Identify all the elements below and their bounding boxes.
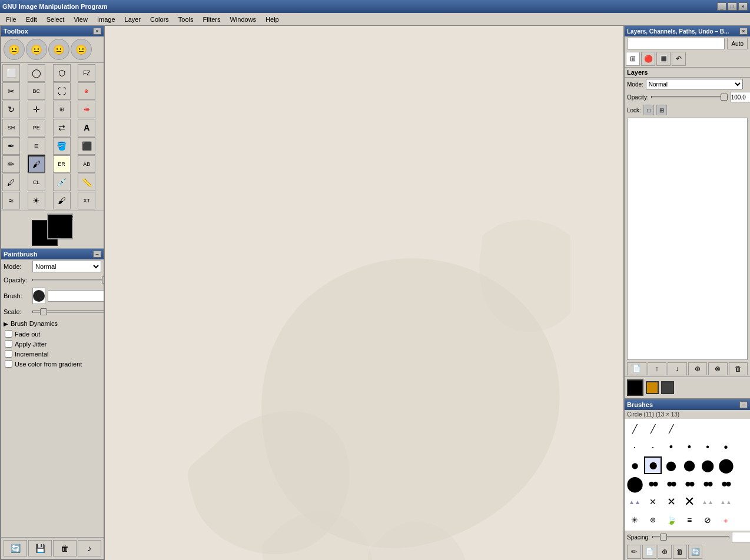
brush-diagonal-thin-1[interactable]: ╱ — [626, 420, 643, 438]
pencil-tool[interactable]: ✏ — [2, 155, 20, 173]
brush-circle-xxlarge[interactable]: ⬤ — [626, 475, 643, 492]
toolbox-restore-button[interactable]: 🔄 — [4, 540, 27, 556]
brush-circle-medium-1[interactable]: ⬤ — [662, 456, 680, 474]
brush-circle-medium-2[interactable]: ⬤ — [681, 456, 698, 474]
brush-empty-2[interactable] — [699, 420, 716, 438]
paths-tab[interactable]: 🔳 — [656, 52, 671, 66]
toolbox-delete-button[interactable]: 🗑 — [53, 540, 77, 556]
blend-tool[interactable]: ⬛ — [78, 137, 95, 155]
toolbox-add-button[interactable]: ♪ — [78, 540, 101, 556]
text-tool[interactable]: A — [78, 119, 95, 136]
delete-layer-button[interactable]: 🗑 — [729, 362, 748, 375]
lock-paint-button[interactable]: ⊞ — [656, 105, 667, 115]
airbrush-tool[interactable]: AB — [78, 155, 95, 173]
fuzzy-select-tool[interactable]: FZ — [78, 64, 95, 82]
opacity-slider[interactable] — [32, 279, 104, 281]
brush-medium-dot-1[interactable]: • — [699, 438, 716, 456]
brush-name-input[interactable]: Circle (11) — [48, 290, 104, 302]
brushes-panel-close-button[interactable]: – — [739, 401, 748, 408]
new-layer-button[interactable]: 📄 — [627, 362, 646, 375]
menu-filters[interactable]: Filters — [200, 15, 224, 24]
brush-triangle-3[interactable]: ▲▲ — [717, 493, 735, 511]
eyedropper-tool[interactable]: 💉 — [53, 174, 71, 191]
brush-small-dot-2[interactable]: • — [681, 438, 698, 456]
canvas-area[interactable] — [105, 26, 623, 560]
brush-triangle-1[interactable]: ▲▲ — [626, 493, 643, 511]
brushes-spacing-value[interactable]: 20.0 — [732, 532, 750, 542]
brush-circle-large-1[interactable]: ⬤ — [699, 456, 716, 474]
transform-tool[interactable]: ⟴ — [78, 101, 95, 118]
dodge-tool[interactable]: ☀ — [28, 192, 45, 209]
brush-texture-1[interactable]: ⊛ — [644, 511, 662, 529]
use-color-gradient-checkbox[interactable] — [5, 360, 12, 368]
smudge-tool[interactable]: ≈ — [2, 192, 20, 209]
heal-tool[interactable]: ⊕ — [78, 82, 95, 100]
undo-tab[interactable]: ↶ — [672, 52, 686, 66]
brushes-new-button[interactable]: 📄 — [642, 545, 656, 559]
duplicate-layer-button[interactable]: ⊕ — [688, 362, 708, 375]
brush-star-1[interactable]: ✳ — [626, 511, 643, 529]
brush-dot-cluster-3[interactable]: ⬤⬤ — [681, 475, 698, 492]
brush-hatch-1[interactable]: ≡ — [681, 511, 698, 529]
path-tool[interactable]: ✒ — [2, 137, 20, 155]
paintbrush-tool[interactable]: 🖌 — [28, 155, 45, 173]
right-panel-close-button[interactable]: × — [739, 28, 748, 35]
menu-help[interactable]: Help — [262, 15, 283, 24]
brushes-refresh-button[interactable]: 🔄 — [688, 545, 702, 559]
ink-tool[interactable]: 🖊 — [2, 174, 20, 191]
shear-tool[interactable]: SH — [2, 119, 20, 136]
brush-x-mark-2[interactable]: ✕ — [662, 493, 680, 511]
brushes-duplicate-button[interactable]: ⊕ — [658, 545, 672, 559]
reset-colors-icon[interactable]: ⊙ — [33, 239, 38, 245]
brush-tiny-dot-2[interactable]: · — [644, 438, 662, 456]
brush-diagonal-thin-2[interactable]: ╱ — [644, 420, 662, 438]
close-button[interactable]: × — [738, 2, 748, 11]
perspective-tool[interactable]: PE — [28, 119, 45, 136]
paint-bucket-tool[interactable]: 🪣 — [53, 137, 71, 155]
scissors-select-tool[interactable]: ✂ — [2, 82, 20, 100]
menu-layer[interactable]: Layer — [121, 15, 145, 24]
brush-empty-1[interactable] — [681, 420, 698, 438]
layers-opacity-slider[interactable] — [651, 96, 728, 98]
brush-large-dot-1[interactable]: • — [717, 438, 735, 456]
move-tool[interactable]: ✛ — [28, 101, 45, 118]
menu-tools[interactable]: Tools — [175, 15, 197, 24]
menu-windows[interactable]: Windows — [226, 15, 260, 24]
brushes-edit-button[interactable]: ✏ — [627, 545, 641, 559]
brushes-spacing-slider[interactable] — [652, 536, 729, 538]
menu-view[interactable]: View — [70, 15, 91, 24]
fade-out-checkbox[interactable] — [5, 330, 12, 338]
brush-preview[interactable] — [32, 288, 45, 304]
paintbrush-panel-close-button[interactable]: – — [93, 251, 101, 258]
brush-dot-cluster-1[interactable]: ⬤⬤ — [644, 475, 662, 492]
menu-edit[interactable]: Edit — [22, 15, 41, 24]
lock-alpha-button[interactable]: □ — [643, 105, 654, 115]
brush-dot-cluster-2[interactable]: ⬤⬤ — [662, 475, 680, 492]
brush-diagonal-thin-3[interactable]: ╱ — [662, 420, 680, 438]
unknown-tool-2[interactable]: XT — [78, 192, 95, 209]
unknown-tool-1[interactable]: ⊟ — [28, 137, 45, 155]
flip-tool[interactable]: ⇄ — [53, 119, 71, 136]
brush-empty-3[interactable] — [717, 420, 735, 438]
crop-tool[interactable]: ⛶ — [53, 82, 71, 100]
brush-triangle-2[interactable]: ▲▲ — [699, 493, 716, 511]
toolbox-close-button[interactable]: × — [93, 28, 101, 35]
eraser-tool[interactable]: ER — [53, 155, 71, 173]
minimize-button[interactable]: _ — [717, 2, 726, 11]
layers-opacity-value[interactable] — [731, 92, 750, 102]
mode-select[interactable]: Normal Dissolve Multiply Screen — [32, 261, 101, 272]
brush-tiny-dot-1[interactable]: · — [626, 438, 643, 456]
brush-circle-small-1[interactable]: ⬤ — [626, 456, 643, 474]
anchor-layer-button[interactable]: ⊗ — [708, 362, 728, 375]
menu-select[interactable]: Select — [43, 15, 68, 24]
swap-colors-icon[interactable]: ⇄ — [68, 214, 73, 222]
right-dark-swatch[interactable] — [661, 381, 674, 394]
apply-jitter-checkbox[interactable] — [5, 340, 12, 348]
layers-search-input[interactable] — [627, 38, 725, 49]
burn-tool[interactable]: 🖌 — [53, 192, 71, 209]
menu-file[interactable]: File — [2, 15, 20, 24]
brush-dot-cluster-4[interactable]: ⬤⬤ — [699, 475, 716, 492]
layers-tab[interactable]: ⊞ — [626, 52, 640, 66]
brush-x-mark-1[interactable]: ✕ — [644, 493, 662, 511]
free-select-tool[interactable]: ⬡ — [53, 64, 71, 82]
